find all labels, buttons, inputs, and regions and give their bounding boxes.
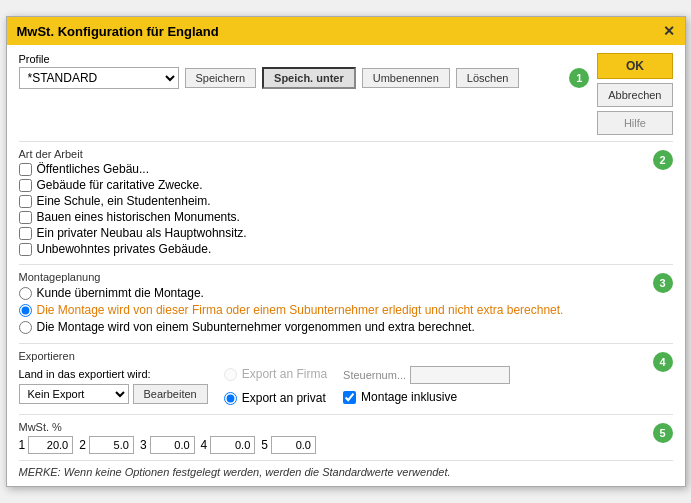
mwst-field-2: 2 (79, 436, 134, 454)
art-label: Art der Arbeit (19, 148, 653, 160)
mwst-row: 1 2 3 4 (19, 436, 653, 454)
export-mid: Export an Firma Export an privat (224, 364, 327, 408)
title-bar: MwSt. Konfiguration für England ✕ (7, 17, 685, 45)
montage-item-3: Die Montage wird von einem Subunternehme… (19, 320, 653, 334)
export-privat-radio[interactable] (224, 392, 237, 405)
mwst-input-3[interactable] (150, 436, 195, 454)
export-firma-item: Export an Firma (224, 367, 327, 381)
export-left: Land in das exportiert wird: Kein Export… (19, 368, 208, 404)
art-item-6: Unbewohntes privates Gebäude. (19, 242, 653, 256)
mwst-input-5[interactable] (271, 436, 316, 454)
circle-4: 4 (653, 352, 673, 372)
mwst-num-5: 5 (261, 438, 268, 452)
montage-block: Montageplanung Kunde übernimmt die Monta… (19, 271, 653, 337)
art-der-arbeit-section: Art der Arbeit Öffentliches Gebäu... Geb… (19, 141, 673, 258)
art-item-2: Gebäude für caritative Zwecke. (19, 178, 653, 192)
land-label: Land in das exportiert wird: (19, 368, 208, 380)
art-item-label-2: Gebäude für caritative Zwecke. (37, 178, 203, 192)
export-firma-radio[interactable] (224, 368, 237, 381)
montage-radio-2[interactable] (19, 304, 32, 317)
circle-2: 2 (653, 150, 673, 170)
save-under-button[interactable]: Speich. unter (262, 67, 356, 89)
circle-5: 5 (653, 423, 673, 443)
cancel-button[interactable]: Abbrechen (597, 83, 672, 107)
mwst-num-3: 3 (140, 438, 147, 452)
mwst-num-4: 4 (201, 438, 208, 452)
art-item-label-3: Eine Schule, ein Studentenheim. (37, 194, 211, 208)
steuer-label: Steuernum... (343, 369, 406, 381)
export-section: Exportieren Land in das exportiert wird:… (19, 343, 673, 408)
circle-3: 3 (653, 273, 673, 293)
circle-1: 1 (569, 68, 589, 88)
profile-area: Profile *STANDARD Speichern Speich. unte… (19, 53, 673, 135)
montage-label: Montageplanung (19, 271, 653, 283)
montage-section: Montageplanung Kunde übernimmt die Monta… (19, 264, 673, 337)
art-checkbox-1[interactable] (19, 163, 32, 176)
profile-row: *STANDARD Speichern Speich. unter Umbene… (19, 67, 590, 89)
montage-radio-1[interactable] (19, 287, 32, 300)
land-select[interactable]: Kein Export (19, 384, 129, 404)
montage-inkl-item: Montage inklusive (343, 390, 510, 404)
mwst-field-1: 1 (19, 436, 74, 454)
profile-select[interactable]: *STANDARD (19, 67, 179, 89)
export-block: Exportieren Land in das exportiert wird:… (19, 350, 653, 408)
export-privat-item: Export an privat (224, 391, 327, 405)
art-item-5: Ein privater Neubau als Hauptwohnsitz. (19, 226, 653, 240)
steuer-input[interactable] (410, 366, 510, 384)
art-checkbox-4[interactable] (19, 211, 32, 224)
art-checkbox-6[interactable] (19, 243, 32, 256)
art-item-label-5: Ein privater Neubau als Hauptwohnsitz. (37, 226, 247, 240)
art-checkbox-5[interactable] (19, 227, 32, 240)
mwst-field-3: 3 (140, 436, 195, 454)
footer-note: MERKE: Wenn keine Optionen festgelegt we… (19, 460, 673, 478)
mwst-num-2: 2 (79, 438, 86, 452)
dialog-title: MwSt. Konfiguration für England (17, 24, 219, 39)
art-checkbox-3[interactable] (19, 195, 32, 208)
profile-left: Profile *STANDARD Speichern Speich. unte… (19, 53, 590, 89)
export-row: Land in das exportiert wird: Kein Export… (19, 364, 653, 408)
art-item-label-1: Öffentliches Gebäu... (37, 162, 150, 176)
dialog: MwSt. Konfiguration für England ✕ Profil… (6, 16, 686, 487)
close-button[interactable]: ✕ (663, 23, 675, 39)
mwst-field-4: 4 (201, 436, 256, 454)
mwst-input-1[interactable] (28, 436, 73, 454)
help-button[interactable]: Hilfe (597, 111, 672, 135)
right-buttons: OK Abbrechen Hilfe (597, 53, 672, 135)
art-item-label-6: Unbewohntes privates Gebäude. (37, 242, 212, 256)
export-right: Steuernum... Montage inklusive (343, 366, 510, 406)
mwst-label: MwSt. % (19, 421, 653, 433)
profile-label: Profile (19, 53, 590, 65)
montage-item-label-2: Die Montage wird von dieser Firma oder e… (37, 303, 564, 317)
delete-button[interactable]: Löschen (456, 68, 520, 88)
edit-button[interactable]: Bearbeiten (133, 384, 208, 404)
montage-item-label-3: Die Montage wird von einem Subunternehme… (37, 320, 475, 334)
mwst-num-1: 1 (19, 438, 26, 452)
montage-inkl-checkbox[interactable] (343, 391, 356, 404)
mwst-input-4[interactable] (210, 436, 255, 454)
export-label: Exportieren (19, 350, 653, 362)
art-block: Art der Arbeit Öffentliches Gebäu... Geb… (19, 148, 653, 258)
art-item-3: Eine Schule, ein Studentenheim. (19, 194, 653, 208)
art-item-1: Öffentliches Gebäu... (19, 162, 653, 176)
content-area: Profile *STANDARD Speichern Speich. unte… (7, 45, 685, 486)
montage-item-label-1: Kunde übernimmt die Montage. (37, 286, 204, 300)
mwst-section: MwSt. % 1 2 3 (19, 414, 673, 454)
art-checkbox-2[interactable] (19, 179, 32, 192)
montage-item-1: Kunde übernimmt die Montage. (19, 286, 653, 300)
montage-radio-3[interactable] (19, 321, 32, 334)
save-button[interactable]: Speichern (185, 68, 257, 88)
mwst-input-2[interactable] (89, 436, 134, 454)
mwst-block: MwSt. % 1 2 3 (19, 421, 653, 454)
art-item-label-4: Bauen eines historischen Monuments. (37, 210, 240, 224)
mwst-field-5: 5 (261, 436, 316, 454)
steuer-row: Steuernum... (343, 366, 510, 384)
export-firma-label: Export an Firma (242, 367, 327, 381)
montage-item-2: Die Montage wird von dieser Firma oder e… (19, 303, 653, 317)
art-item-4: Bauen eines historischen Monuments. (19, 210, 653, 224)
montage-inkl-label: Montage inklusive (361, 390, 457, 404)
export-privat-label: Export an privat (242, 391, 326, 405)
ok-button[interactable]: OK (597, 53, 672, 79)
export-select-row: Kein Export Bearbeiten (19, 384, 208, 404)
rename-button[interactable]: Umbenennen (362, 68, 450, 88)
